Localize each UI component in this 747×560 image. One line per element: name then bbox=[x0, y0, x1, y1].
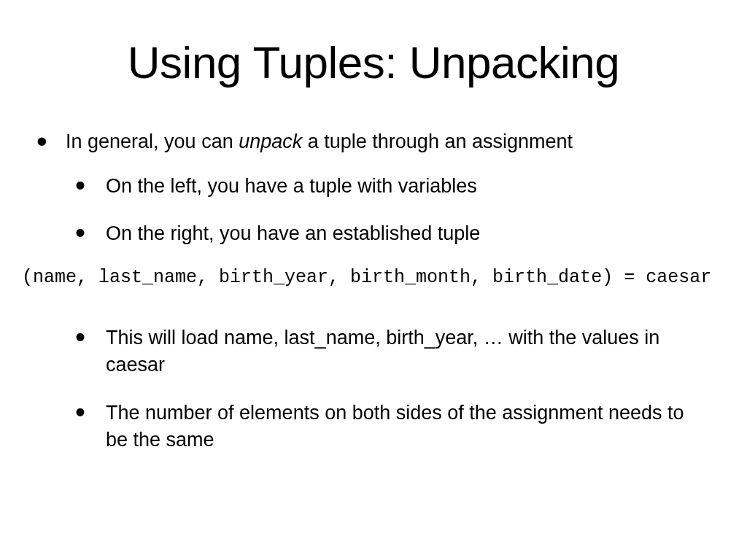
slide-title: Using Tuples: Unpacking bbox=[36, 36, 711, 88]
inner-bullet-list-2: This will load name, last_name, birth_ye… bbox=[36, 324, 711, 453]
sub-bullet: On the left, you have a tuple with varia… bbox=[106, 173, 711, 199]
outer-bullet-list: In general, you can unpack a tuple throu… bbox=[36, 128, 711, 246]
text-fragment: In general, you can bbox=[66, 131, 239, 152]
bullet-main-text: In general, you can unpack a tuple throu… bbox=[66, 131, 573, 152]
text-emphasis: unpack bbox=[239, 131, 302, 152]
sub-bullet: On the right, you have an established tu… bbox=[106, 220, 711, 246]
inner-bullet-list-1: On the left, you have a tuple with varia… bbox=[66, 173, 711, 246]
bullet-main: In general, you can unpack a tuple throu… bbox=[66, 128, 711, 246]
sub-bullet: This will load name, last_name, birth_ye… bbox=[106, 324, 711, 378]
code-example: (name, last_name, birth_year, birth_mont… bbox=[22, 267, 711, 288]
text-fragment: a tuple through an assignment bbox=[302, 131, 573, 152]
sub-bullet: The number of elements on both sides of … bbox=[106, 400, 711, 453]
